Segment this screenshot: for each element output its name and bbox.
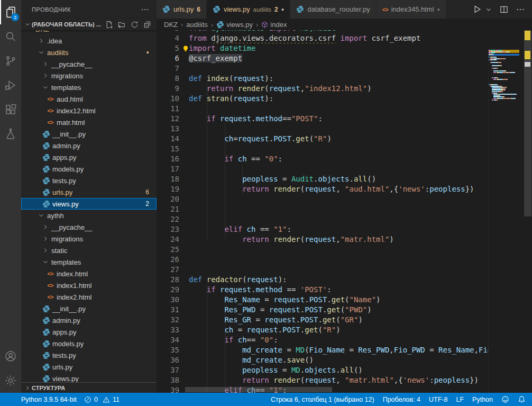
- source-control-icon[interactable]: [0, 49, 21, 73]
- tree-item-aythh[interactable]: aythh: [21, 210, 157, 221]
- dirty-dot-icon[interactable]: ●: [281, 7, 284, 12]
- code-line-13[interactable]: 13: [157, 124, 532, 134]
- code-line-6[interactable]: 6@csrf_exempt: [157, 53, 532, 64]
- collapse-all-icon[interactable]: [143, 21, 151, 29]
- code-line-35[interactable]: 35 md_create = MD(Fio_Name = Res_PWD,Fio…: [157, 345, 532, 355]
- breadcrumb-item-DKZ[interactable]: DKZ: [164, 21, 178, 29]
- breadcrumb-item-views.py[interactable]: views.py: [216, 21, 253, 29]
- explorer-icon[interactable]: 3: [0, 0, 21, 24]
- code-line-5[interactable]: 5import datetime: [157, 43, 532, 53]
- tree-item-static[interactable]: static: [21, 245, 157, 256]
- code-line-16[interactable]: 16 if ch == "0":: [157, 154, 532, 164]
- tree-item-apps.py[interactable]: apps.py: [21, 326, 157, 338]
- tree-item-migrations[interactable]: migrations: [21, 233, 157, 245]
- code-line-17[interactable]: 17: [157, 164, 532, 174]
- code-line-33[interactable]: 33 ch = request.POST.get("R"): [157, 325, 532, 335]
- tree-item-__init__.py[interactable]: __init__.py: [21, 303, 157, 314]
- tree-item-audiiits[interactable]: audiiits●: [21, 47, 157, 58]
- notifications-item[interactable]: [513, 395, 527, 403]
- tree-item-admin.py[interactable]: admin.py: [21, 140, 157, 151]
- code-line-14[interactable]: 14 ch=request.POST.get("R"): [157, 134, 532, 144]
- minimap[interactable]: [488, 49, 524, 393]
- code-line-7[interactable]: 7: [157, 64, 532, 74]
- tree-item-models.py[interactable]: models.py: [21, 338, 157, 349]
- code-line-8[interactable]: 8def index(request):: [157, 74, 532, 84]
- code-line-31[interactable]: 31 Res_PWD = request.POST.get("PWD"): [157, 305, 532, 315]
- feedback-item[interactable]: [497, 395, 513, 403]
- tree-item-__pycache__[interactable]: __pycache__: [21, 221, 157, 233]
- indentation-item[interactable]: Пробелов: 4: [379, 396, 425, 403]
- tree-item-tests.py[interactable]: tests.py: [21, 349, 157, 361]
- tree-item-__pycache__[interactable]: __pycache__: [21, 58, 157, 70]
- code-line-27[interactable]: 27: [157, 265, 532, 275]
- breadcrumb-item-audiiits[interactable]: audiiits: [186, 21, 207, 29]
- lightbulb-icon[interactable]: [182, 45, 189, 52]
- extensions-icon[interactable]: [0, 97, 21, 122]
- outline-section-header[interactable]: СТРУКТУРА: [21, 382, 157, 393]
- code-line-12[interactable]: 12 if request.method=="POST":: [157, 114, 532, 124]
- tree-item-tests.py[interactable]: tests.py: [21, 175, 157, 186]
- tree-item-apps.py[interactable]: apps.py: [21, 151, 157, 163]
- search-icon[interactable]: [0, 24, 21, 49]
- tree-item-urls.py[interactable]: urls.py6: [21, 186, 157, 198]
- language-mode-item[interactable]: Python: [468, 396, 497, 403]
- new-file-icon[interactable]: [105, 21, 113, 29]
- tree-item-views.py[interactable]: views.py2: [21, 198, 157, 210]
- refresh-icon[interactable]: [131, 21, 139, 29]
- tree-item-templates[interactable]: templates: [21, 256, 157, 268]
- vertical-scrollbar[interactable]: [524, 19, 532, 393]
- tab-index345.html[interactable]: <>index345.html●: [377, 0, 446, 19]
- run-python-file-icon[interactable]: [473, 5, 482, 14]
- tab-views.py[interactable]: views.pyaudiiits2●: [207, 0, 290, 19]
- code-line-36[interactable]: 36 md_create.save(): [157, 355, 532, 365]
- code-line-23[interactable]: 23 elif ch == "1":: [157, 224, 532, 234]
- tree-item-migrations[interactable]: migrations: [21, 70, 157, 82]
- python-interpreter-item[interactable]: Python 3.9.5 64-bit: [21, 393, 80, 406]
- code-line-21[interactable]: 21: [157, 204, 532, 214]
- tree-item-__init__.py[interactable]: __init__.py: [21, 128, 157, 140]
- tree-item-urls.py[interactable]: urls.py: [21, 361, 157, 373]
- testing-icon[interactable]: [0, 122, 21, 146]
- tree-item-index12.html[interactable]: <>index12.html: [21, 105, 157, 116]
- code-line-25[interactable]: 25: [157, 245, 532, 255]
- code-line-4[interactable]: 4from django.views.decorators.csrf impor…: [157, 33, 532, 43]
- code-line-15[interactable]: 15: [157, 144, 532, 154]
- tree-item-.idea[interactable]: .idea: [21, 35, 157, 47]
- code-line-28[interactable]: 28def redactor(request):: [157, 275, 532, 285]
- tree-item-admin.py[interactable]: admin.py: [21, 314, 157, 326]
- cursor-position-item[interactable]: Строка 6, столбец 1 (выбрано 12): [267, 396, 379, 403]
- tab-database_roouter.py[interactable]: database_roouter.py: [290, 0, 377, 19]
- problems-item[interactable]: 0 11: [80, 393, 123, 406]
- explorer-more-actions-icon[interactable]: ⋯: [141, 5, 149, 14]
- code-line-22[interactable]: 22: [157, 214, 532, 224]
- code-line-10[interactable]: 10def stran(request):: [157, 94, 532, 104]
- code-line-20[interactable]: 20: [157, 194, 532, 204]
- tree-item-index2.html[interactable]: <>index2.html: [21, 291, 157, 303]
- tree-item-matr.html[interactable]: <>matr.html: [21, 116, 157, 128]
- eol-item[interactable]: LF: [452, 396, 468, 403]
- code-line-29[interactable]: 29 if request.method == 'POST':: [157, 285, 532, 295]
- dirty-dot-icon[interactable]: ●: [437, 7, 440, 12]
- code-line-38[interactable]: 38 return render(request, "matr.html",{'…: [157, 375, 532, 385]
- split-editor-icon[interactable]: [500, 5, 508, 14]
- code-line-11[interactable]: 11: [157, 104, 532, 114]
- new-folder-icon[interactable]: [118, 21, 126, 29]
- code-line-26[interactable]: 26: [157, 255, 532, 265]
- code-editor[interactable]: 3from aythh.models import MD,Audit4from …: [157, 19, 532, 393]
- code-line-9[interactable]: 9 return render(request,"index12.html"): [157, 84, 532, 94]
- tree-item-templates[interactable]: templates: [21, 82, 157, 93]
- encoding-item[interactable]: UTF-8: [425, 396, 452, 403]
- horizontal-scrollbar[interactable]: [185, 387, 332, 392]
- code-line-30[interactable]: 30 Res_Name = request.POST.get("Name"): [157, 295, 532, 305]
- tree-item-index1.html[interactable]: <>index1.html: [21, 279, 157, 291]
- tree-item-index.html[interactable]: <>index.html: [21, 268, 157, 279]
- code-line-24[interactable]: 24 return render(request,"matr.html"): [157, 234, 532, 245]
- breadcrumb-item-index[interactable]: index: [261, 21, 287, 29]
- tree-item-models.py[interactable]: models.py: [21, 163, 157, 175]
- code-line-37[interactable]: 37 peopless = MD.objects.all(): [157, 365, 532, 375]
- run-debug-icon[interactable]: [0, 73, 21, 97]
- run-dropdown-chevron-icon[interactable]: [485, 6, 492, 13]
- tree-item-aud.html[interactable]: <>aud.html: [21, 93, 157, 105]
- code-line-19[interactable]: 19 return render(request, "aud.html",{'n…: [157, 184, 532, 194]
- workspace-section-header[interactable]: (РАБОЧАЯ ОБЛАСТЬ) ...: [21, 19, 157, 30]
